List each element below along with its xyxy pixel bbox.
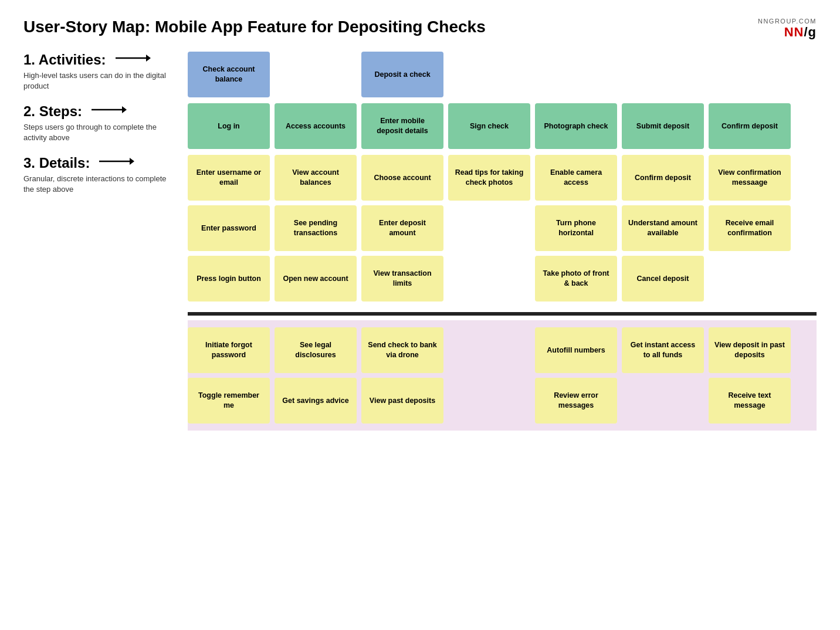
detail-see-pending: See pending transactions xyxy=(275,205,357,251)
steps-desc: Steps users go through to complete the a… xyxy=(23,122,176,143)
page-header: User-Story Map: Mobile App Feature for D… xyxy=(23,18,817,40)
detail-read-tips: Read tips for taking check photos xyxy=(448,155,530,201)
step-access-accounts: Access accounts xyxy=(275,103,357,149)
details-row: 3. Details: Granular, discrete interacti… xyxy=(23,155,817,302)
main-layout: 1. Activities: High-level tasks users ca… xyxy=(23,52,817,431)
fuzzy-receive-text: Receive text message xyxy=(709,378,791,424)
detail-receive-email: Receive email confirmation xyxy=(709,205,791,251)
col1-fuzzy: Initiate forgot password Toggle remember… xyxy=(188,327,270,424)
steps-title: 2. Steps: xyxy=(23,103,176,120)
fuzzy-view-past-deposits: View past deposits xyxy=(361,378,443,424)
col5-activity xyxy=(535,52,617,97)
svg-marker-1 xyxy=(146,55,151,62)
step-photograph-check: Photograph check xyxy=(535,103,617,149)
activities-label: 1. Activities: High-level tasks users ca… xyxy=(23,52,188,92)
details-label: 3. Details: Granular, discrete interacti… xyxy=(23,155,188,195)
fuzzy-send-check-drone: Send check to bank via drone xyxy=(361,327,443,373)
svg-marker-5 xyxy=(130,158,134,165)
detail-confirm-deposit: Confirm deposit xyxy=(622,155,704,201)
detail-take-photo: Take photo of front & back xyxy=(535,256,617,302)
separator-line xyxy=(188,312,817,316)
fuzzy-section: Initiate forgot password Toggle remember… xyxy=(188,320,817,431)
col3-activity: Deposit a check xyxy=(361,52,443,97)
col3-details: Choose account Enter deposit amount View… xyxy=(361,155,443,302)
card-deposit-check: Deposit a check xyxy=(361,52,443,97)
col4-details: Read tips for taking check photos xyxy=(448,155,530,302)
col2-step: Access accounts xyxy=(275,103,357,149)
col4-step: Sign check xyxy=(448,103,530,149)
col4-activity xyxy=(448,52,530,97)
col5-step: Photograph check xyxy=(535,103,617,149)
fuzzy-spacer xyxy=(23,320,188,431)
fuzzy-review-error: Review error messages xyxy=(535,378,617,424)
page-title: User-Story Map: Mobile App Feature for D… xyxy=(23,18,486,36)
separator-spacer xyxy=(23,307,188,320)
col7-step: Confirm deposit xyxy=(709,103,791,149)
col2-fuzzy: See legal disclosures Get savings advice xyxy=(275,327,357,424)
step-submit-deposit: Submit deposit xyxy=(622,103,704,149)
fuzzy-row: Initiate forgot password Toggle remember… xyxy=(23,320,817,431)
col4-fuzzy xyxy=(448,327,530,424)
logo-nn: NN xyxy=(784,25,804,39)
fuzzy-get-savings: Get savings advice xyxy=(275,378,357,424)
detail-cancel-deposit: Cancel deposit xyxy=(622,256,704,302)
details-arrow xyxy=(99,155,134,171)
separator-container xyxy=(23,307,817,320)
activities-row: 1. Activities: High-level tasks users ca… xyxy=(23,52,817,97)
step-sign-check: Sign check xyxy=(448,103,530,149)
svg-marker-3 xyxy=(122,106,127,113)
fuzzy-view-deposit-past: View deposit in past deposits xyxy=(709,327,791,373)
detail-press-login: Press login button xyxy=(188,256,270,302)
activities-desc: High-level tasks users can do in the dig… xyxy=(23,70,176,92)
detail-view-confirmation: View confirmation messaage xyxy=(709,155,791,201)
detail-open-new-account: Open new account xyxy=(275,256,357,302)
detail-enter-username: Enter username or email xyxy=(188,155,270,201)
card-empty-1 xyxy=(275,52,357,97)
col7-details: View confirmation messaage Receive email… xyxy=(709,155,791,302)
activities-title: 1. Activities: xyxy=(23,52,176,68)
col2-details: View account balances See pending transa… xyxy=(275,155,357,302)
col1-details: Enter username or email Enter password P… xyxy=(188,155,270,302)
logo-text: NNGROUP.COM xyxy=(758,18,817,25)
steps-arrow xyxy=(92,103,127,120)
detail-enable-camera: Enable camera access xyxy=(535,155,617,201)
col7-activity xyxy=(709,52,791,97)
step-log-in: Log in xyxy=(188,103,270,149)
detail-understand-amount: Understand amount available xyxy=(622,205,704,251)
fuzzy-see-legal: See legal disclosures xyxy=(275,327,357,373)
detail-choose-account: Choose account xyxy=(361,155,443,201)
col6-fuzzy: Get instant access to all funds xyxy=(622,327,704,424)
activities-cards: Check account balance Deposit a check xyxy=(188,52,817,97)
logo-brand: NN/g xyxy=(758,25,817,40)
step-confirm-deposit: Confirm deposit xyxy=(709,103,791,149)
col6-details: Confirm deposit Understand amount availa… xyxy=(622,155,704,302)
activities-arrow xyxy=(116,52,151,68)
details-cards: Enter username or email Enter password P… xyxy=(188,155,817,302)
details-title: 3. Details: xyxy=(23,155,176,171)
detail-turn-phone: Turn phone horizontal xyxy=(535,205,617,251)
steps-label: 2. Steps: Steps users go through to comp… xyxy=(23,103,188,143)
detail-enter-password: Enter password xyxy=(188,205,270,251)
steps-row: 2. Steps: Steps users go through to comp… xyxy=(23,103,817,149)
col7-fuzzy: View deposit in past deposits Receive te… xyxy=(709,327,791,424)
fuzzy-autofill: Autofill numbers xyxy=(535,327,617,373)
details-desc: Granular, discrete interactions to compl… xyxy=(23,174,176,195)
col5-fuzzy: Autofill numbers Review error messages xyxy=(535,327,617,424)
steps-cards: Log in Access accounts Enter mobile depo… xyxy=(188,103,817,149)
logo-g: g xyxy=(808,25,817,39)
detail-view-transaction-limits: View transaction limits xyxy=(361,256,443,302)
detail-view-balances: View account balances xyxy=(275,155,357,201)
col2-activity xyxy=(275,52,357,97)
col6-activity xyxy=(622,52,704,97)
col3-fuzzy: Send check to bank via drone View past d… xyxy=(361,327,443,424)
fuzzy-toggle-remember: Toggle remember me xyxy=(188,378,270,424)
col5-details: Enable camera access Turn phone horizont… xyxy=(535,155,617,302)
detail-enter-deposit-amount: Enter deposit amount xyxy=(361,205,443,251)
nn-logo: NNGROUP.COM NN/g xyxy=(758,18,817,40)
col3-step: Enter mobile deposit details xyxy=(361,103,443,149)
col1-step: Log in xyxy=(188,103,270,149)
col6-step: Submit deposit xyxy=(622,103,704,149)
step-enter-mobile-deposit: Enter mobile deposit details xyxy=(361,103,443,149)
col1-activity: Check account balance xyxy=(188,52,270,97)
card-check-account-balance: Check account balance xyxy=(188,52,270,97)
